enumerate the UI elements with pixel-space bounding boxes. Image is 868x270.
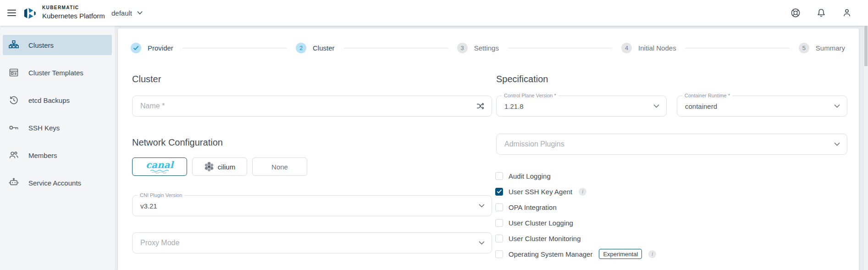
cni-options: canal cilium None [132,158,307,176]
sidebar-item-service-accounts[interactable]: Service Accounts [3,173,112,193]
network-configuration-heading: Network Configuration [132,137,223,148]
chevron-down-icon [834,104,840,108]
step-cluster[interactable]: 2 Cluster [296,43,335,53]
step-number: 2 [296,43,306,53]
option-user-ssh-key-agent[interactable]: User SSH Key Agent i [495,187,656,196]
sidebar-item-clusters[interactable]: Clusters [3,35,112,55]
cni-option-canal[interactable]: canal [132,158,187,176]
none-label: None [271,163,288,171]
option-label: Operating System Manager [509,250,592,258]
clusters-icon [8,39,19,51]
admission-plugins-placeholder: Admission Plugins [504,134,564,154]
cluster-name-input[interactable] [133,96,492,116]
option-label: OPA Integration [509,203,557,211]
cilium-logo-icon [204,162,214,172]
cni-option-none[interactable]: None [252,158,307,176]
scrollbar-thumb[interactable] [864,26,868,66]
sidebar-item-label: Cluster Templates [28,69,83,77]
chevron-down-icon [834,142,840,146]
step-connector [508,48,612,48]
shuffle-icon[interactable] [475,101,486,112]
sidebar-item-label: etcd Backups [28,96,70,104]
proxy-mode-placeholder: Proxy Mode [140,233,179,253]
checkbox-unchecked[interactable] [495,250,503,258]
help-icon[interactable] [790,7,802,19]
cni-option-cilium[interactable]: cilium [192,158,247,176]
brand-line1: KUBERMATIC [42,6,105,10]
option-label: User SSH Key Agent [509,188,572,196]
sidebar-item-cluster-templates[interactable]: Cluster Templates [3,62,112,83]
option-audit-logging[interactable]: Audit Logging [495,171,656,180]
control-plane-version-select[interactable]: Control Plane Version * 1.21.8 [496,96,667,117]
cni-plugin-version-value: v3.21 [140,196,157,216]
members-icon [8,150,19,161]
checkbox-checked[interactable] [495,188,503,196]
step-provider[interactable]: Provider [131,43,173,53]
step-number: 4 [621,43,632,53]
sidebar-item-label: Members [28,152,57,159]
step-connector [182,48,287,48]
sidebar: Clusters Cluster Templates etcd Backups [0,26,115,270]
step-label: Provider [148,44,173,52]
page-scrollbar[interactable] [864,26,868,270]
specification-heading: Specification [496,74,548,84]
control-plane-version-value: 1.21.8 [504,96,524,116]
step-label: Summary [816,44,845,52]
topbar-icons [790,0,853,26]
etcd-backups-icon [8,95,19,106]
sidebar-item-ssh-keys[interactable]: SSH Keys [3,118,112,138]
menu-icon[interactable] [7,8,17,18]
brand-text: KUBERMATIC Kubernetes Platform [42,6,105,19]
option-label: Audit Logging [509,172,551,180]
project-selector-value: default [111,9,132,17]
service-accounts-icon [8,177,19,188]
top-bar: KUBERMATIC Kubernetes Platform default [0,0,868,26]
admission-plugins-select[interactable]: Admission Plugins [496,134,847,155]
step-check-icon [131,43,141,53]
ssh-keys-icon [8,122,19,133]
step-label: Settings [474,44,499,52]
option-opa-integration[interactable]: OPA Integration [495,202,656,212]
brand-line2: Kubernetes Platform [42,12,105,19]
checkbox-unchecked[interactable] [495,172,503,180]
kubermatic-logo [23,6,37,21]
project-selector[interactable]: default [111,0,143,26]
chevron-down-icon [479,241,485,245]
container-runtime-select[interactable]: Container Runtime * containerd [677,96,847,117]
canal-logo: canal [146,160,173,174]
container-runtime-value: containerd [685,96,717,116]
checkbox-unchecked[interactable] [495,219,503,227]
cluster-templates-icon [8,67,19,78]
sidebar-item-etcd-backups[interactable]: etcd Backups [3,90,112,110]
step-number: 3 [457,43,468,53]
option-operating-system-manager[interactable]: Operating System Manager Experimental i [495,249,656,259]
step-number: 5 [799,43,809,53]
notifications-icon[interactable] [815,7,827,19]
user-icon[interactable] [841,7,853,19]
step-label: Cluster [313,44,335,52]
sidebar-item-label: Service Accounts [28,179,81,187]
chevron-down-icon [479,204,485,208]
checkbox-unchecked[interactable] [495,203,503,211]
cluster-heading: Cluster [132,74,161,84]
wizard-card: Provider 2 Cluster 3 Settings 4 Initial … [118,28,859,270]
chevron-down-icon [653,104,659,108]
checkbox-unchecked[interactable] [495,235,503,242]
step-connector [686,48,790,48]
cni-plugin-version-select[interactable]: CNI Plugin Version v3.21 [132,195,492,216]
step-summary[interactable]: 5 Summary [799,43,845,53]
option-user-cluster-logging[interactable]: User Cluster Logging [495,218,656,227]
step-settings[interactable]: 3 Settings [457,43,499,53]
canal-logo-text: canal [146,160,173,169]
proxy-mode-select[interactable]: Proxy Mode [132,232,492,253]
sidebar-item-members[interactable]: Members [3,145,112,165]
info-icon[interactable]: i [579,188,586,196]
step-initial-nodes[interactable]: 4 Initial Nodes [621,43,676,53]
option-user-cluster-monitoring[interactable]: User Cluster Monitoring [495,234,656,243]
option-label: User Cluster Monitoring [509,235,581,242]
sidebar-item-label: Clusters [28,41,54,49]
cluster-name-field [132,96,492,117]
info-icon[interactable]: i [648,250,656,258]
cluster-options: Audit Logging User SSH Key Agent i OPA I… [495,171,656,265]
step-label: Initial Nodes [638,44,676,52]
